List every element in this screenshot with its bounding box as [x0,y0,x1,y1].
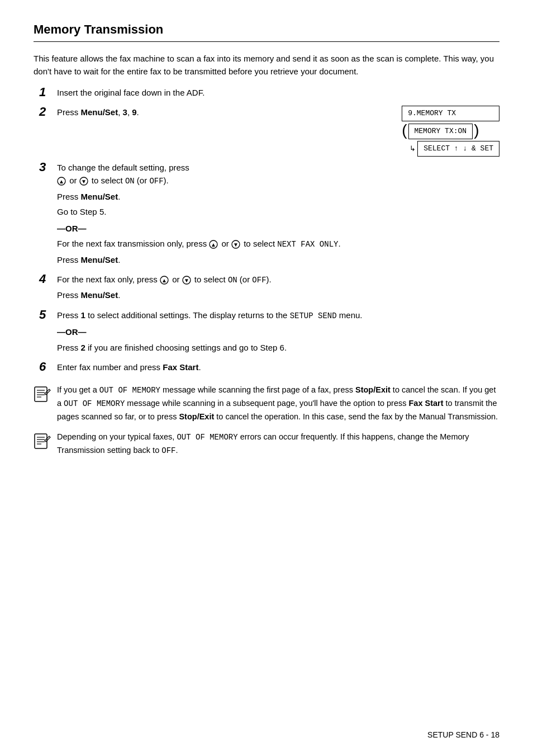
step-2-text-before: Press [57,107,81,117]
nav-down-icon3: ▼ [182,276,191,285]
step-5: 5 Press 1 to select additional settings.… [39,309,499,356]
step-3-content: To change the default setting, press ▲ o… [57,161,499,268]
step-2-bold1: Menu/Set [81,107,118,117]
step-1-content: Insert the original face down in the ADF… [57,86,499,101]
svg-text:▼: ▼ [233,242,239,248]
lcd-row3: SELECT ↑ ↓ & SET [417,141,499,157]
step-3: 3 To change the default setting, press ▲… [39,161,499,268]
note-icon-1 [34,385,51,403]
note-pencil-icon-1 [34,385,51,403]
lcd-right-bracket: ) [474,122,479,138]
page-title: Memory Transmission [34,22,499,42]
note-1-text: If you get a OUT OF MEMORY message while… [57,384,499,423]
svg-text:▲: ▲ [211,242,216,248]
intro-paragraph: This feature allows the fax machine to s… [34,52,499,78]
lcd-display-group: 9.MEMORY TX ( MEMORY TX:ON ) ↳ SELECT ↑ … [402,106,499,157]
step-6-text: Enter fax number and press Fax Start. [57,361,499,374]
step-5-content: Press 1 to select additional settings. T… [57,309,499,356]
step-1: 1 Insert the original face down in the A… [39,86,499,101]
nav-down-icon2: ▼ [231,240,240,249]
svg-text:▼: ▼ [184,277,189,284]
step-2: 2 Press Menu/Set, 3, 9. 9.MEMORY TX ( ME… [39,106,499,157]
note-pencil-icon-2 [34,432,51,450]
note-2-text: Depending on your typical faxes, OUT OF … [57,431,499,457]
step-4-content: For the next fax only, press ▲ or ▼ to s… [57,273,499,304]
step-2-period: . [137,107,139,117]
lcd-arrow-indicator: ↳ [410,143,416,154]
footer: SETUP SEND 6 - 18 [427,730,499,739]
step-6-number: 6 [39,360,57,374]
nav-up-icon: ▲ [57,177,66,186]
svg-text:▲: ▲ [161,277,167,284]
note-1: If you get a OUT OF MEMORY message while… [34,384,499,423]
step-3-or-text: or [69,176,79,185]
step-2-bold3: 9 [132,107,136,117]
steps-container: 1 Insert the original face down in the A… [39,86,499,376]
step-5-number: 5 [39,308,57,322]
svg-text:▼: ▼ [81,178,87,185]
step-4: 4 For the next fax only, press ▲ or ▼ to… [39,273,499,304]
step-4-number: 4 [39,272,57,286]
svg-marker-23 [45,436,50,442]
step-5-or-divider: —OR— [57,325,499,338]
step-1-number: 1 [39,85,57,100]
note-icon-2 [34,432,51,450]
step-2-comma1: , [118,107,122,117]
step-4-text: For the next fax only, press ▲ or ▼ to s… [57,273,499,287]
step-6-content: Enter fax number and press Fax Start. [57,361,499,376]
step-3-goto: Go to Step 5. [57,205,499,218]
step-3-or-content: For the next fax transmission only, pres… [57,237,499,251]
step-2-comma2: , [127,107,132,117]
nav-up-icon3: ▲ [160,276,169,285]
svg-marker-17 [45,389,50,395]
nav-up-icon2: ▲ [209,240,218,249]
svg-text:▲: ▲ [59,178,64,185]
step-3-number: 3 [39,160,57,174]
step-3-or2-text: or [222,239,232,248]
step-4-menuset: Press Menu/Set. [57,289,499,301]
step-1-text: Insert the original face down in the ADF… [57,86,499,99]
step-2-bold2: 3 [123,107,127,117]
step-3-line1: To change the default setting, press ▲ o… [57,161,499,188]
step-3-select-text: to select ON (or OFF). [92,176,169,185]
nav-down-icon: ▼ [79,177,88,186]
lcd-row1: 9.MEMORY TX [402,106,499,121]
step-3-menuset2: Press Menu/Set. [57,253,499,266]
lcd-row2: MEMORY TX:ON [408,124,473,139]
step-5-text: Press 1 to select additional settings. T… [57,309,499,323]
step-3-menuset: Press Menu/Set. [57,190,499,203]
step-2-number: 2 [39,105,57,119]
step-2-content: Press Menu/Set, 3, 9. 9.MEMORY TX ( MEMO… [57,106,499,157]
note-2: Depending on your typical faxes, OUT OF … [34,431,499,457]
step-5-or-text: Press 2 if you are finished choosing set… [57,341,499,354]
lcd-left-bracket: ( [402,122,407,138]
step-6: 6 Enter fax number and press Fax Start. [39,361,499,376]
step-3-or-divider: —OR— [57,222,499,235]
